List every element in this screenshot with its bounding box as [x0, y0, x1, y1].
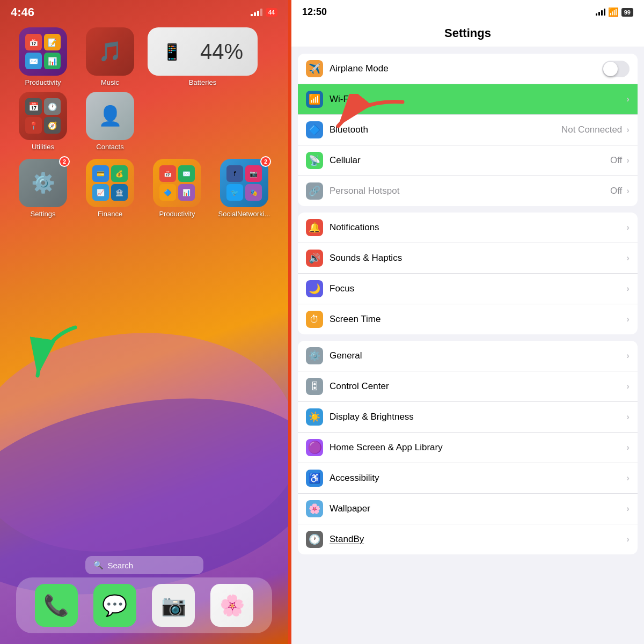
app-music[interactable]: 🎵 Music [80, 27, 140, 86]
display-chevron: › [626, 412, 630, 422]
settings-badge: 2 [59, 156, 70, 167]
app-finance[interactable]: 💳 💰 📈 🏦 Finance [80, 159, 140, 218]
cellular-chevron: › [626, 155, 630, 166]
battery-badge: 44 [266, 8, 277, 17]
notifications-icon: 🔔 [306, 219, 323, 236]
wallpaper-label: Wallpaper [330, 503, 626, 514]
section-system1: 🔔 Notifications › 🔊 Sounds & Haptics › 🌙… [298, 213, 638, 334]
cellular-label: Cellular [330, 155, 610, 166]
general-chevron: › [626, 350, 630, 361]
phone-status-bar: 4:46 44 [0, 0, 288, 22]
dock-messages[interactable]: 💬 [93, 584, 136, 627]
row-standby[interactable]: 🕐 StandBy › [298, 524, 638, 554]
homescreen-chevron: › [626, 442, 630, 453]
screentime-icon: ⏱ [306, 311, 323, 328]
wifi-chevron: › [626, 94, 630, 105]
hotspot-label: Personal Hotspot [330, 186, 610, 196]
phone-screen: 4:46 44 📅 📝 ✉️ 📊 Productivity [0, 0, 290, 644]
control-icon: 🎛 [306, 378, 323, 395]
wifi-icon: 📶 [306, 91, 323, 108]
standby-icon: 🕐 [306, 531, 323, 548]
row-control[interactable]: 🎛 Control Center › [298, 371, 638, 402]
settings-battery-badge: 99 [621, 8, 633, 17]
widget-batteries[interactable]: 📱 44% Batteries [148, 27, 258, 86]
bluetooth-icon: 🔷 [306, 121, 323, 138]
focus-icon: 🌙 [306, 280, 323, 297]
focus-label: Focus [330, 283, 626, 294]
row-cellular[interactable]: 📡 Cellular Off › [298, 145, 638, 176]
row-focus[interactable]: 🌙 Focus › [298, 274, 638, 304]
app-label-productivity2: Productivity [159, 210, 195, 218]
general-icon: ⚙️ [306, 347, 323, 364]
settings-time: 12:50 [302, 6, 327, 18]
accessibility-icon: ♿ [306, 470, 323, 487]
app-label-productivity: Productivity [25, 78, 61, 86]
social-badge: 2 [260, 156, 271, 167]
row-hotspot[interactable]: 🔗 Personal Hotspot Off › [298, 176, 638, 206]
app-label-finance: Finance [98, 210, 122, 218]
airplane-icon: ✈️ [306, 60, 323, 77]
row-airplane-mode[interactable]: ✈️ Airplane Mode [298, 54, 638, 84]
app-label-contacts: Contacts [96, 143, 123, 151]
screentime-label: Screen Time [330, 314, 626, 325]
phone-time: 4:46 [11, 5, 34, 19]
cellular-value: Off [610, 155, 622, 166]
app-label-utilities: Utilities [32, 143, 54, 151]
section-system2: ⚙️ General › 🎛 Control Center › ☀️ Displ… [298, 341, 638, 554]
app-social[interactable]: 2 f 📷 🐦 🎭 SocialNetworki... [215, 159, 274, 218]
app-label-batteries: Batteries [189, 78, 216, 86]
control-label: Control Center [330, 381, 626, 392]
search-placeholder: Search [108, 561, 134, 570]
homescreen-label: Home Screen & App Library [330, 442, 626, 453]
settings-signal-icon [596, 9, 605, 16]
general-label: General [330, 350, 626, 361]
cellular-icon: 📡 [306, 152, 323, 169]
row-screentime[interactable]: ⏱ Screen Time › [298, 304, 638, 334]
standby-label: StandBy [330, 534, 626, 545]
dock: 📞 💬 📷 🌸 [16, 577, 272, 633]
notifications-chevron: › [626, 222, 630, 233]
hotspot-value: Off [610, 186, 622, 196]
toggle-knob [603, 62, 618, 76]
search-bar[interactable]: 🔍 Search [85, 556, 203, 574]
dock-phone[interactable]: 📞 [35, 584, 78, 627]
app-productivity2[interactable]: 📅 ✉️ 🔷 📊 Productivity [148, 159, 207, 218]
app-label-settings: Settings [31, 210, 56, 218]
app-productivity[interactable]: 📅 📝 ✉️ 📊 Productivity [13, 27, 72, 86]
search-icon: 🔍 [93, 560, 104, 570]
hotspot-chevron: › [626, 186, 630, 196]
signal-icon [251, 9, 262, 16]
bluetooth-value: Not Connected [561, 125, 622, 135]
app-contacts[interactable]: 👤 Contacts [80, 92, 140, 151]
phone-status-icons: 44 [251, 8, 277, 17]
row-notifications[interactable]: 🔔 Notifications › [298, 213, 638, 243]
screentime-chevron: › [626, 314, 630, 325]
settings-status-bar: 12:50 📶 99 [291, 0, 644, 22]
row-display[interactable]: ☀️ Display & Brightness › [298, 402, 638, 433]
row-wallpaper[interactable]: 🌸 Wallpaper › [298, 494, 638, 524]
row-sounds[interactable]: 🔊 Sounds & Haptics › [298, 243, 638, 274]
hotspot-icon: 🔗 [306, 182, 323, 200]
green-arrow [27, 322, 91, 392]
settings-wifi-icon: 📶 [608, 7, 619, 17]
app-label-social: SocialNetworki... [218, 210, 270, 218]
dock-camera[interactable]: 📷 [152, 584, 195, 627]
row-wifi[interactable]: 📶 Wi-Fi › [298, 84, 638, 115]
app-settings[interactable]: 2 ⚙️ Settings [13, 159, 72, 218]
focus-chevron: › [626, 283, 630, 294]
row-homescreen[interactable]: 🟣 Home Screen & App Library › [298, 433, 638, 463]
control-chevron: › [626, 381, 630, 392]
display-label: Display & Brightness [330, 412, 626, 422]
wallpaper-chevron: › [626, 503, 630, 514]
row-general[interactable]: ⚙️ General › [298, 341, 638, 371]
wallpaper-icon: 🌸 [306, 500, 323, 517]
airplane-toggle[interactable] [602, 61, 630, 77]
display-icon: ☀️ [306, 408, 323, 426]
wifi-label: Wi-Fi [330, 94, 626, 105]
dock-photos[interactable]: 🌸 [210, 584, 253, 627]
app-utilities[interactable]: 📅 🕐 📍 🧭 Utilities [13, 92, 72, 151]
notifications-label: Notifications [330, 222, 626, 233]
row-bluetooth[interactable]: 🔷 Bluetooth Not Connected › [298, 115, 638, 145]
row-accessibility[interactable]: ♿ Accessibility › [298, 463, 638, 494]
app-label-music: Music [101, 78, 119, 86]
